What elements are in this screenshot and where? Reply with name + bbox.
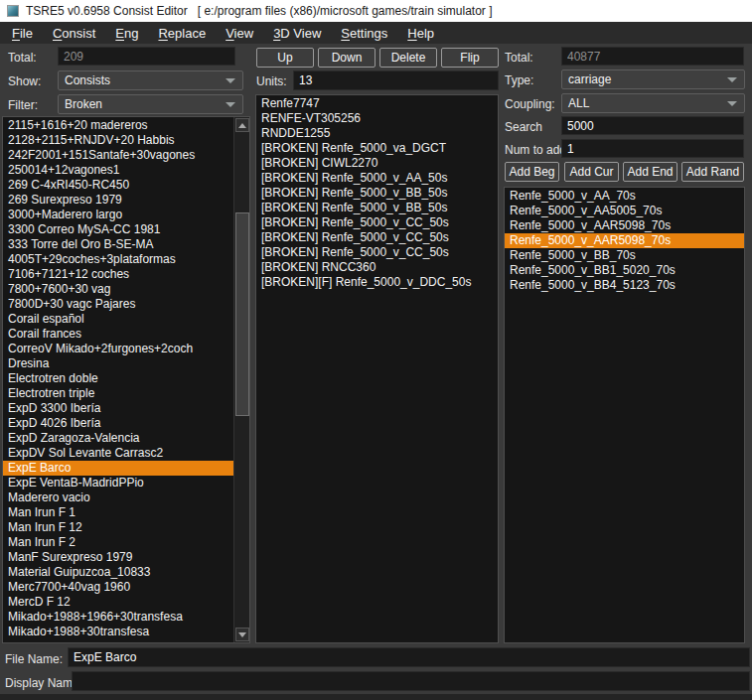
menu-item[interactable]: 3D View [263,24,331,43]
consist-row[interactable]: 7800+7600+30 vag [3,282,233,297]
eng-row[interactable]: Renfe_5000_v_BB_70s [505,248,744,263]
type-dropdown[interactable]: carriage [561,70,745,89]
show-label: Show: [8,74,41,88]
type-dropdown-value: carriage [568,72,611,86]
menu-item[interactable]: Help [397,24,444,43]
consist-row[interactable]: 7800D+30 vagc Pajares [3,297,233,312]
unit-row[interactable]: RENFE-VT305256 [256,111,498,126]
consist-row[interactable]: 2115+1616+20 madereros [3,118,233,133]
consist-row[interactable]: Material Guipuzcoa_10833 [3,565,233,580]
consist-row[interactable]: ExpD 3300 Ibería [3,401,233,416]
menu-item[interactable]: View [216,24,263,43]
unit-row[interactable]: [BROKEN] RNCC360 [256,260,498,275]
consist-row[interactable]: Maderero vacio [3,490,233,505]
consist-row[interactable]: Electrotren triple [3,386,233,401]
consist-row[interactable]: Man Irun F 1 [3,505,233,520]
search-input[interactable] [561,116,744,135]
units-field[interactable] [293,70,499,90]
consist-row[interactable]: 4005T+29coches+3plataformas [3,252,233,267]
consist-row[interactable]: ExpE Barco [3,461,233,476]
unit-row[interactable]: [BROKEN] Renfe_5000_v_CC_50s [256,230,498,245]
consist-row[interactable]: ExpD 4026 Ibería [3,416,233,431]
unit-row[interactable]: RNDDE1255 [256,126,498,141]
menu-item-mnemonic: E [115,26,124,41]
unit-row[interactable]: [BROKEN] Renfe_5000_v_BB_50s [256,201,498,215]
menu-item[interactable]: Consist [43,24,105,43]
consist-row[interactable]: 333 Torre del Oro B-SE-MA [3,237,233,252]
show-dropdown[interactable]: Consists [58,70,243,90]
coupling-label: Coupling: [505,97,555,111]
unit-row[interactable]: Renfe7747 [256,96,498,111]
coupling-dropdown[interactable]: ALL [561,93,745,113]
add-cur-button[interactable]: Add Cur [564,162,619,182]
eng-row[interactable]: Renfe_5000_v_AA_70s [505,189,744,204]
consist-row[interactable]: CorreoV Mikado+2furgones+2coch [3,342,233,356]
down-button[interactable]: Down [318,48,376,68]
menu-item-label: ng [124,26,138,41]
menu-item-mnemonic: C [53,26,62,41]
scroll-up-button[interactable] [235,118,249,132]
consists-total-field[interactable] [58,47,235,66]
consist-row[interactable]: Corail frances [3,327,233,342]
consist-row[interactable]: 2128+2115+RNJDV+20 Habbis [3,133,233,148]
consist-row[interactable]: Man Irun F 2 [3,535,233,550]
consist-row[interactable]: 7106+7121+12 coches [3,267,233,282]
eng-row[interactable]: Renfe_5000_v_AA5005_70s [505,204,744,218]
consist-row[interactable]: 3300 Correo MySA-CC 1981 [3,222,233,237]
eng-row[interactable]: Renfe_5000_v_AAR5098_70s [505,233,744,248]
unit-row[interactable]: [BROKEN] Renfe_5000_v_AA_50s [256,171,498,186]
eng-row[interactable]: Renfe_5000_v_BB4_5123_70s [505,278,744,293]
menu-item-label: elp [417,26,434,41]
consist-row[interactable]: 269 C-4xRI450-RC450 [3,178,233,193]
consist-row[interactable]: 250014+12vagones1 [3,163,233,178]
consist-row[interactable]: 242F2001+151Santafe+30vagones [3,148,233,163]
menu-item-label: iew [234,26,254,41]
add-end-button[interactable]: Add End [623,162,677,182]
menu-item[interactable]: Eng [105,24,148,43]
delete-button[interactable]: Delete [379,48,437,68]
consist-row[interactable]: MercD F 12 [3,595,233,610]
flip-button[interactable]: Flip [441,48,499,68]
consist-row[interactable]: Man Irun F 12 [3,520,233,535]
consist-row[interactable]: 269 Surexpreso 1979 [3,193,233,208]
menu-item[interactable]: File [2,24,43,43]
consist-row[interactable]: Merc7700+40vag 1960 [3,580,233,595]
type-label: Type: [505,73,533,87]
consist-row[interactable]: Mikado+1988+30transfesa [3,625,233,639]
consist-row[interactable]: ExpD Zaragoza-Valencia [3,431,233,446]
file-name-input[interactable] [68,647,750,667]
menu-item[interactable]: Settings [331,24,397,43]
consists-scrollbar[interactable] [233,117,249,642]
add-beg-button[interactable]: Add Beg [505,162,559,182]
menu-item[interactable]: Replace [148,24,216,43]
unit-row[interactable]: [BROKEN] Renfe_5000_v_BB_50s [256,186,498,201]
add-rand-button[interactable]: Add Rand [681,162,744,182]
up-button[interactable]: Up [256,48,314,68]
menu-item-label: ile [20,26,33,41]
num-to-add-input[interactable] [561,139,744,158]
consist-row[interactable]: Dresina [3,356,233,371]
consist-row[interactable]: ExpDV Sol Levante Carrasc2 [3,446,233,461]
unit-row[interactable]: [BROKEN] Renfe_5000_v_CC_50s [256,245,498,260]
filter-dropdown[interactable]: Broken [58,94,243,114]
display-name-input[interactable] [72,671,750,691]
consist-row[interactable]: Electrotren doble [3,371,233,386]
chevron-down-icon [727,77,737,82]
consist-row[interactable]: ManF Surexpreso 1979 [3,550,233,565]
eng-row[interactable]: Renfe_5000_v_BB1_5020_70s [505,263,744,278]
eng-total-label: Total: [505,51,533,65]
scroll-down-button[interactable] [235,628,249,641]
eng-total-field[interactable] [561,47,744,66]
unit-row[interactable]: [BROKEN] Renfe_5000_v_CC_50s [256,215,498,230]
unit-row[interactable]: [BROKEN] Renfe_5000_va_DGCT [256,141,498,156]
eng-row[interactable]: Renfe_5000_v_AAR5098_70s [505,218,744,233]
consist-row[interactable]: ExpE VentaB-MadridPPio [3,476,233,490]
unit-row[interactable]: [BROKEN][F] Renfe_5000_v_DDC_50s [256,275,498,290]
menu-item-mnemonic: H [407,26,416,41]
consist-row[interactable]: 3000+Maderero largo [3,208,233,222]
menu-item-mnemonic: V [226,26,233,41]
unit-row[interactable]: [BROKEN] CIWL2270 [256,156,498,171]
scroll-thumb[interactable] [235,212,249,416]
consist-row[interactable]: Mikado+1988+1966+30transfesa [3,610,233,625]
consist-row[interactable]: Corail español [3,312,233,327]
